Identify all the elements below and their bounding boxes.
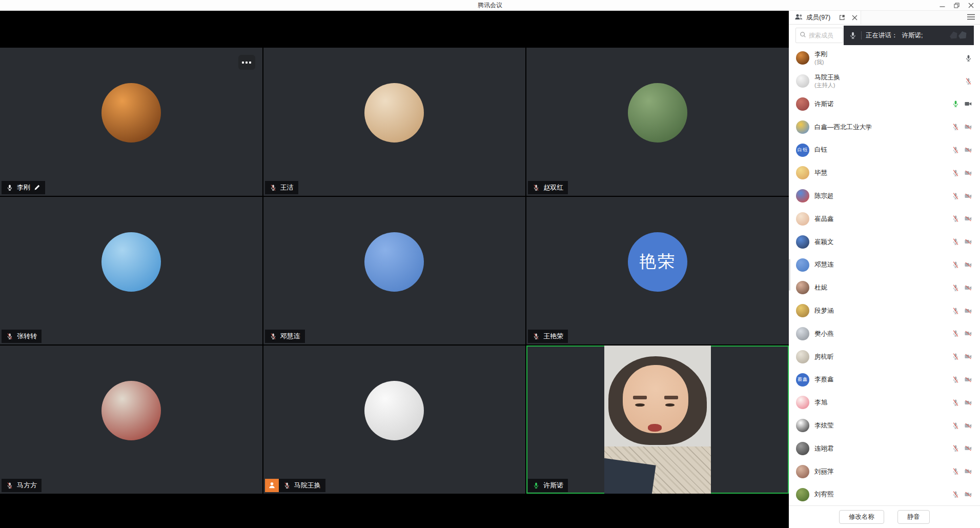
- minimize-icon[interactable]: [935, 0, 949, 11]
- member-row-9[interactable]: 崔颖文: [789, 230, 980, 253]
- member-row-8[interactable]: 崔晶鑫: [789, 208, 980, 231]
- rename-button[interactable]: 修改名称: [839, 510, 884, 524]
- video-tile-6[interactable]: 艳荣 王艳荣: [526, 197, 789, 345]
- avatar: [796, 189, 809, 202]
- mic-muted-icon: [270, 184, 277, 191]
- video-tile-5[interactable]: 邓慧连: [263, 197, 526, 345]
- mic-muted-icon[interactable]: [952, 330, 959, 337]
- member-row-11[interactable]: 杜妮: [789, 276, 980, 299]
- mic-speaking-icon[interactable]: [952, 100, 959, 108]
- member-row-6[interactable]: 毕慧: [789, 161, 980, 185]
- member-row-12[interactable]: 段梦涵: [789, 299, 980, 322]
- search-input[interactable]: 搜索成员: [795, 28, 843, 43]
- mic-muted-icon[interactable]: [952, 284, 959, 292]
- mic-muted-icon[interactable]: [952, 422, 959, 430]
- mic-muted-icon[interactable]: [952, 238, 959, 246]
- mic-muted-icon: [270, 333, 277, 340]
- mic-muted-icon[interactable]: [952, 353, 959, 360]
- member-row-1[interactable]: 李刚(我): [789, 47, 980, 70]
- member-row-20[interactable]: 刘宥熙: [789, 483, 980, 505]
- mic-muted-icon: [283, 482, 291, 489]
- camera-muted-icon[interactable]: [964, 376, 972, 383]
- avatar: 蔡鑫: [796, 373, 809, 387]
- camera-muted-icon[interactable]: [964, 238, 972, 246]
- member-name: 段梦涵: [814, 307, 834, 315]
- mute-button[interactable]: 静音: [897, 510, 930, 524]
- panel-resize-handle[interactable]: [789, 259, 790, 291]
- camera-muted-icon[interactable]: [964, 169, 972, 177]
- mic-muted-icon[interactable]: [965, 77, 972, 85]
- tab-members[interactable]: 成员(97): [789, 11, 836, 24]
- video-tile-8[interactable]: 马院王换: [263, 346, 526, 494]
- member-row-16[interactable]: 李旭: [789, 391, 980, 414]
- avatar: [796, 465, 809, 478]
- video-tile-3[interactable]: 赵双红: [526, 48, 789, 196]
- camera-muted-icon[interactable]: [964, 215, 972, 222]
- member-name: 许斯诺: [814, 100, 834, 108]
- camera-icon[interactable]: [964, 100, 972, 108]
- camera-muted-icon[interactable]: [964, 261, 972, 269]
- mic-muted-icon[interactable]: [952, 146, 959, 154]
- mic-muted-icon[interactable]: [952, 169, 959, 177]
- mic-icon[interactable]: [965, 54, 972, 62]
- video-tile-1[interactable]: 李刚: [0, 48, 262, 196]
- member-row-4[interactable]: 白鑫—西北工业大学: [789, 115, 980, 138]
- video-tile-7[interactable]: 马方方: [0, 346, 262, 494]
- member-row-3[interactable]: 许斯诺: [789, 93, 980, 116]
- mic-muted-icon: [6, 333, 13, 340]
- mic-muted-icon[interactable]: [952, 444, 959, 452]
- edit-name-icon[interactable]: [34, 184, 40, 191]
- camera-muted-icon[interactable]: [964, 353, 972, 360]
- panel-close-icon[interactable]: [848, 11, 861, 24]
- member-row-15[interactable]: 蔡鑫李蔡鑫: [789, 368, 980, 391]
- popout-icon[interactable]: [836, 11, 848, 24]
- avatar: [796, 120, 809, 134]
- camera-muted-icon[interactable]: [964, 330, 972, 337]
- camera-muted-icon[interactable]: [964, 444, 972, 452]
- mic-muted-icon[interactable]: [952, 215, 959, 222]
- mic-muted-icon[interactable]: [952, 192, 959, 200]
- participant-video: [604, 346, 711, 494]
- member-row-17[interactable]: 李炫莹: [789, 414, 980, 437]
- mic-muted-icon[interactable]: [952, 261, 959, 269]
- avatar: [796, 97, 809, 111]
- close-icon[interactable]: [964, 0, 978, 11]
- camera-muted-icon[interactable]: [964, 307, 972, 315]
- video-tile-4[interactable]: 张转转: [0, 197, 262, 345]
- member-row-5[interactable]: 白钰白钰: [789, 138, 980, 161]
- mic-muted-icon[interactable]: [952, 123, 959, 131]
- mic-muted-icon[interactable]: [952, 491, 959, 498]
- member-row-10[interactable]: 邓慧连: [789, 253, 980, 276]
- member-row-7[interactable]: 陈宗超: [789, 185, 980, 208]
- camera-muted-icon[interactable]: [964, 146, 972, 154]
- camera-muted-icon[interactable]: [964, 192, 972, 200]
- camera-muted-icon[interactable]: [964, 399, 972, 407]
- member-row-19[interactable]: 刘丽萍: [789, 460, 980, 483]
- video-tile-2[interactable]: 王洁: [263, 48, 526, 196]
- mic-muted-icon[interactable]: [952, 307, 959, 315]
- mic-muted-icon[interactable]: [952, 468, 959, 475]
- member-row-14[interactable]: 房杭昕: [789, 345, 980, 368]
- member-list: 李刚(我) 马院王换(主持人) 许斯诺 白鑫—西北工业大学 白钰白钰: [789, 46, 980, 505]
- tile-name-label: 李刚: [2, 181, 45, 194]
- menu-icon[interactable]: [967, 13, 975, 22]
- camera-muted-icon[interactable]: [964, 422, 972, 430]
- mic-muted-icon[interactable]: [952, 399, 959, 407]
- camera-muted-icon[interactable]: [964, 491, 972, 498]
- tile-more-icon[interactable]: [238, 55, 255, 70]
- restore-icon[interactable]: [949, 0, 964, 11]
- mic-speaking-icon: [533, 482, 540, 489]
- camera-muted-icon[interactable]: [964, 123, 972, 131]
- mic-muted-icon[interactable]: [952, 376, 959, 383]
- avatar: [364, 232, 424, 292]
- avatar: [101, 232, 161, 292]
- avatar: [796, 327, 809, 340]
- camera-muted-icon[interactable]: [964, 284, 972, 292]
- member-row-13[interactable]: 樊小燕: [789, 322, 980, 346]
- member-row-2[interactable]: 马院王换(主持人): [789, 70, 980, 93]
- avatar: [101, 83, 161, 143]
- member-row-18[interactable]: 连翊君: [789, 437, 980, 460]
- video-tile-9[interactable]: 许斯诺: [526, 346, 789, 494]
- member-name: 连翊君: [814, 444, 834, 453]
- camera-muted-icon[interactable]: [964, 468, 972, 475]
